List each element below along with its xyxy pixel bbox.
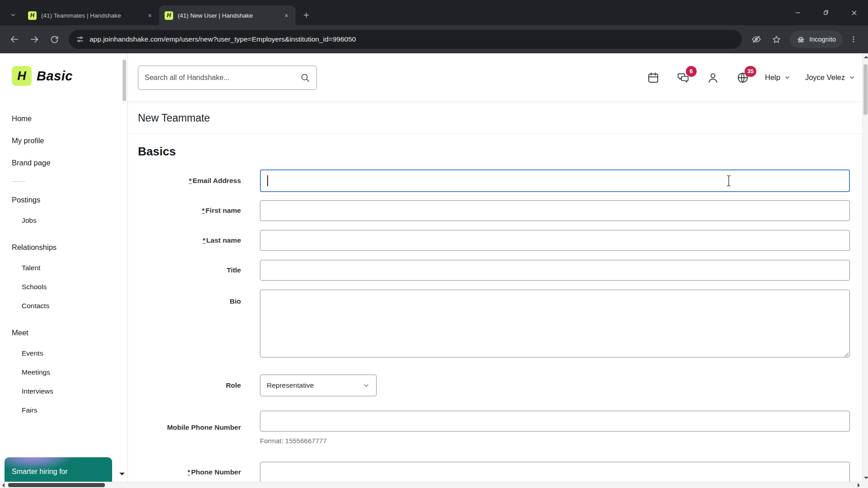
sidebar-item-home[interactable]: Home [12,108,127,130]
tab-title: (41) Teammates | Handshake [41,12,141,19]
reload-button[interactable] [45,30,63,48]
minimize-button[interactable] [784,0,812,25]
handshake-favicon-icon: H [165,11,173,20]
notifications-globe-icon[interactable]: 35 [735,70,750,85]
bio-textarea[interactable] [260,290,850,357]
mobile-phone-format-hint: Format: 15556667777 [260,437,850,445]
sidebar-item-schools[interactable]: Schools [12,277,127,296]
form-row-email: *Email Address [138,169,868,192]
notifications-badge: 35 [745,66,756,77]
main-content: 6 35 Help Joyce Velez [128,53,868,488]
tab-close-icon[interactable] [282,11,290,19]
scroll-up-arrow-icon[interactable] [864,56,868,58]
site-info-icon[interactable] [76,35,84,43]
window-controls [784,0,868,25]
page-body: New Teammate Basics *Email Address *Firs… [128,102,868,488]
messages-icon[interactable]: 6 [675,70,691,85]
handshake-logo[interactable]: H Basic [12,66,127,86]
first-name-input[interactable] [260,200,850,221]
browser-toolbar: app.joinhandshake.com/emp/users/new?user… [0,25,868,53]
last-name-label: *Last name [138,236,241,245]
preview-eye-off-icon[interactable] [747,30,765,48]
profile-icon[interactable] [705,70,721,85]
sidebar-item-events[interactable]: Events [12,344,127,363]
vertical-scrollbar-thumb[interactable] [863,64,868,115]
app-window: H Basic Home My profile Brand page Posti… [0,53,868,488]
role-selected-value: Representative [267,381,314,389]
restore-window-icon [822,9,830,17]
browser-menu-kebab-icon[interactable] [844,30,863,48]
scroll-right-arrow-icon[interactable] [858,483,860,488]
form-row-title: Title [138,260,868,281]
search-input[interactable] [145,74,296,82]
promo-banner-text: Smarter hiring for [12,468,68,476]
email-label: *Email Address [138,176,241,185]
header-actions: 6 35 Help Joyce Velez [646,70,855,85]
sidebar-item-meet[interactable]: Meet [12,322,127,344]
required-marker: * [203,236,205,244]
address-bar[interactable]: app.joinhandshake.com/emp/users/new?user… [69,30,742,49]
user-menu[interactable]: Joyce Velez [805,73,855,82]
scroll-left-arrow-icon[interactable] [2,483,5,488]
sidebar-item-interviews[interactable]: Interviews [12,382,127,401]
tab-teammates[interactable]: H (41) Teammates | Handshake [23,5,159,25]
help-menu[interactable]: Help [765,73,791,82]
chevron-down-icon [9,11,17,19]
page-vertical-scrollbar[interactable] [862,53,868,482]
form-row-last-name: *Last name [138,230,868,251]
first-name-label: *First name [138,206,241,215]
sidebar-item-fairs[interactable]: Fairs [12,401,127,420]
title-label: Title [138,266,241,275]
search-icon [300,73,310,83]
tab-title: (41) New User | Handshake [178,12,278,19]
maximize-button[interactable] [812,0,840,25]
email-input[interactable] [260,169,850,192]
ibeam-cursor-icon [726,174,732,187]
calendar-icon[interactable] [646,70,661,85]
sidebar-item-postings[interactable]: Postings [12,189,127,211]
mobile-phone-input[interactable] [260,411,850,432]
forward-button[interactable] [25,30,43,48]
user-name: Joyce Velez [805,73,845,82]
back-button[interactable] [5,30,24,48]
tab-search-button[interactable] [6,8,20,22]
last-name-input[interactable] [260,230,850,251]
tab-close-icon[interactable] [146,11,154,19]
close-button[interactable] [840,0,868,25]
sidebar-item-my-profile[interactable]: My profile [12,130,127,152]
sidebar-item-meetings[interactable]: Meetings [12,363,127,382]
form-row-bio: Bio [138,290,868,359]
sidebar-scrollbar-thumb[interactable] [123,60,126,101]
global-search[interactable] [138,66,317,90]
form-row-role: Role Representative [138,375,868,396]
sidebar-item-brand-page[interactable]: Brand page [12,152,127,174]
sidebar-scroll-down-arrow-icon[interactable] [119,473,125,478]
form-row-phone: *Phone Number [138,462,868,483]
incognito-icon [797,35,805,44]
new-tab-button[interactable] [299,8,313,22]
sidebar-item-jobs[interactable]: Jobs [12,211,127,230]
title-input[interactable] [260,260,850,281]
scroll-down-arrow-icon[interactable] [864,477,868,479]
chevron-down-icon [784,74,791,81]
incognito-label: Incognito [809,36,836,43]
required-marker: * [189,177,192,184]
required-marker: * [188,468,190,476]
chevron-down-icon [363,382,370,389]
text-caret [267,175,268,186]
page-title: New Teammate [138,112,868,124]
page-horizontal-scrollbar[interactable] [0,482,862,488]
sidebar-item-contacts[interactable]: Contacts [12,296,127,315]
sidebar-item-relationships[interactable]: Relationships [12,236,127,258]
sidebar: H Basic Home My profile Brand page Posti… [0,53,128,488]
phone-label: *Phone Number [138,468,241,477]
tab-new-user[interactable]: H (41) New User | Handshake [159,5,296,25]
horizontal-scrollbar-thumb[interactable] [8,483,105,487]
role-select[interactable]: Representative [260,375,377,396]
url-text: app.joinhandshake.com/emp/users/new?user… [90,35,356,43]
help-label: Help [765,73,780,82]
bookmark-star-icon[interactable] [767,30,785,48]
phone-input[interactable] [260,462,850,483]
sidebar-item-talent[interactable]: Talent [12,258,127,277]
reload-icon [50,35,59,44]
